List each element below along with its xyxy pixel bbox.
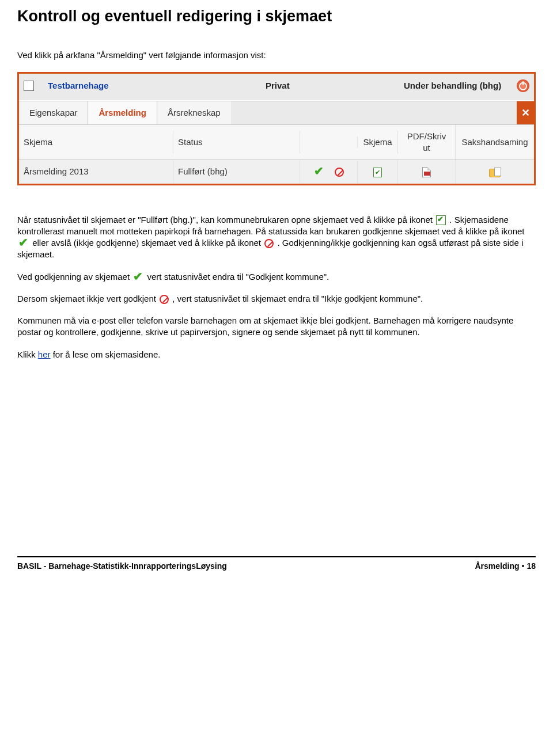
page-heading: Kontroll og eventuell redigering i skjem… bbox=[17, 6, 536, 26]
power-icon[interactable] bbox=[517, 79, 529, 92]
approve-icon bbox=[133, 272, 143, 283]
p1-c: eller avslå (ikkje godkjenne) skjemaet v… bbox=[32, 238, 263, 248]
close-icon[interactable]: ✕ bbox=[517, 101, 534, 124]
p1-a: Når statusnivået til skjemaet er "Fullfø… bbox=[17, 215, 435, 225]
col-skjema2: Skjema bbox=[358, 131, 398, 154]
barnehage-name[interactable]: Testbarnehage bbox=[48, 80, 266, 92]
app-screenshot: Testbarnehage Privat Under behandling (b… bbox=[17, 72, 536, 185]
document-icon[interactable] bbox=[373, 168, 382, 177]
pdf-icon[interactable] bbox=[422, 167, 431, 177]
footer-right: Årsmelding•18 bbox=[475, 561, 536, 572]
table-row: Årsmelding 2013 Fullført (bhg) bbox=[19, 159, 534, 183]
intro-text: Ved klikk på arkfana "Årsmelding" vert f… bbox=[17, 50, 536, 61]
footer-left: BASIL - Barnehage-Statistikk-Innrapporte… bbox=[17, 561, 227, 572]
cell-skjema: Årsmelding 2013 bbox=[19, 160, 173, 183]
approve-icon[interactable] bbox=[314, 167, 324, 177]
reject-icon bbox=[160, 295, 169, 304]
barnehage-type: Privat bbox=[266, 80, 404, 92]
columns-header: Skjema Status Skjema PDF/Skriv ut Saksha… bbox=[19, 124, 534, 160]
col-pdf: PDF/Skriv ut bbox=[398, 125, 456, 160]
app-header-row: Testbarnehage Privat Under behandling (b… bbox=[19, 74, 534, 100]
body-text: Når statusnivået til skjemaet er "Fullfø… bbox=[17, 214, 536, 360]
approve-icon bbox=[18, 238, 29, 249]
barnehage-status: Under behandling (bhg) bbox=[404, 80, 513, 92]
reject-icon[interactable] bbox=[335, 168, 344, 177]
tabs-row: Eigenskapar Årsmelding Årsrekneskap ✕ bbox=[19, 100, 534, 124]
tab-arsrekneskap[interactable]: Årsrekneskap bbox=[157, 101, 231, 124]
open-icon bbox=[436, 215, 446, 225]
her-link[interactable]: her bbox=[38, 349, 51, 359]
p2-a: Ved godkjenning av skjemaet bbox=[17, 272, 132, 282]
p5-b: for å lese om skjemasidene. bbox=[51, 349, 161, 359]
select-checkbox[interactable] bbox=[24, 81, 34, 91]
folder-icon[interactable] bbox=[489, 169, 501, 177]
p3-b: , vert statusnivået til skjemaet endra t… bbox=[172, 294, 423, 303]
col-status: Status bbox=[173, 131, 300, 154]
col-saks: Sakshandsaming bbox=[456, 131, 534, 154]
tab-arsmelding[interactable]: Årsmelding bbox=[88, 101, 157, 124]
p2-b: vert statusnivået endra til "Godkjent ko… bbox=[147, 272, 329, 282]
cell-status: Fullført (bhg) bbox=[173, 160, 300, 183]
col-skjema: Skjema bbox=[19, 131, 173, 154]
tab-eigenskapar[interactable]: Eigenskapar bbox=[19, 101, 88, 124]
page-footer: BASIL - Barnehage-Statistikk-Innrapporte… bbox=[17, 556, 536, 572]
p4: Kommunen må via e-post eller telefon var… bbox=[17, 315, 536, 339]
p3-a: Dersom skjemaet ikkje vert godkjent bbox=[17, 294, 158, 303]
p5-a: Klikk bbox=[17, 349, 38, 359]
reject-icon bbox=[264, 239, 274, 248]
